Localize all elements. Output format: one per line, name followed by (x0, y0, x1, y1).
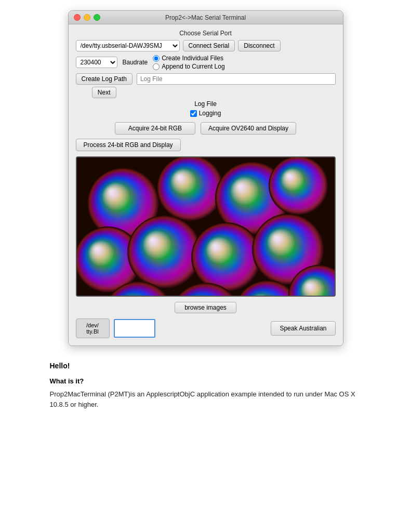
close-button[interactable] (74, 14, 81, 21)
image-display (76, 156, 336, 297)
maximize-button[interactable] (94, 14, 100, 21)
bottom-row: /dev/ tty.Bl Speak Australian (76, 318, 336, 338)
browse-images-button[interactable]: browse images (175, 302, 236, 313)
radio-individual[interactable] (153, 55, 160, 62)
baudrate-label: Baudrate (123, 59, 148, 66)
title-bar: Prop2<->Mac Serial Terminal (69, 11, 343, 24)
hello-text: Hello! (50, 362, 362, 370)
baudrate-row: 230400 Baudrate Create Individual Files … (76, 55, 336, 70)
logging-label: Logging (199, 110, 221, 117)
minimize-button[interactable] (84, 14, 90, 21)
description-text: Prop2MacTerminal (P2MT)is an Applescript… (50, 389, 362, 409)
small-input[interactable] (114, 319, 155, 338)
acquire-buttons-row: Acquire 24-bit RGB Acquire OV2640 and Di… (76, 122, 336, 135)
acquire-rgb-button[interactable]: Acquire 24-bit RGB (115, 122, 195, 135)
window-title: Prop2<->Mac Serial Terminal (165, 14, 246, 21)
create-log-path-button[interactable]: Create Log Path (76, 73, 132, 85)
speak-button[interactable]: Speak Australian (271, 321, 335, 336)
logging-checkbox[interactable] (190, 110, 197, 117)
process-button[interactable]: Process 24-bit RGB and Display (76, 139, 181, 151)
connect-serial-button[interactable]: Connect Serial (183, 40, 235, 51)
serial-port-section-title: Choose Serial Port (76, 30, 336, 37)
log-file-label-row: Log File (76, 100, 336, 108)
sphere-canvas (77, 157, 335, 296)
serial-port-row: /dev/tty.usbserial-DAWJ9SMJ Connect Seri… (76, 40, 336, 51)
acquire-ov-button[interactable]: Acquire OV2640 and Display (201, 122, 296, 135)
log-file-label: Log File (194, 100, 217, 108)
process-row: Process 24-bit RGB and Display (76, 139, 336, 151)
radio-group: Create Individual Files Append to Curren… (153, 55, 224, 70)
disconnect-button[interactable]: Disconnect (238, 40, 280, 51)
app-window: Prop2<->Mac Serial Terminal Choose Seria… (68, 10, 343, 346)
port-select[interactable]: /dev/tty.usbserial-DAWJ9SMJ (76, 40, 180, 51)
radio-append[interactable] (153, 63, 160, 70)
baudrate-select[interactable]: 230400 (76, 57, 117, 68)
device-label: /dev/ tty.Bl (76, 318, 110, 338)
radio-append-label[interactable]: Append to Current Log (153, 63, 224, 70)
radio-individual-label[interactable]: Create Individual Files (153, 55, 224, 62)
browse-row: browse images (76, 302, 336, 313)
traffic-lights (74, 14, 100, 21)
next-button[interactable]: Next (92, 87, 116, 98)
log-area: Create Log Path Next (76, 73, 336, 98)
logging-row: Logging (76, 110, 336, 117)
page-content: Hello! What is it? Prop2MacTerminal (P2M… (50, 356, 362, 409)
log-file-input[interactable] (137, 73, 336, 85)
what-is-it-heading: What is it? (50, 377, 362, 385)
window-body: Choose Serial Port /dev/tty.usbserial-DA… (69, 24, 343, 345)
log-path-buttons: Create Log Path Next (76, 73, 132, 98)
